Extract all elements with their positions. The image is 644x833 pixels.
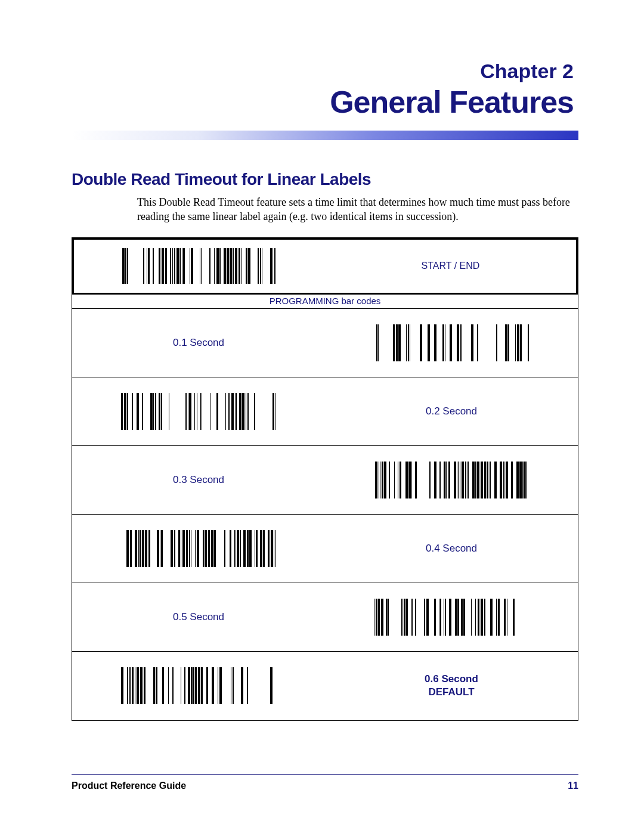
svg-rect-111 — [415, 462, 417, 498]
svg-rect-118 — [454, 462, 456, 498]
svg-rect-115 — [444, 462, 445, 498]
svg-rect-142 — [126, 530, 129, 567]
svg-rect-180 — [263, 530, 265, 567]
svg-rect-49 — [428, 324, 430, 361]
svg-rect-92 — [242, 393, 244, 430]
label-cell: 0.4 Second — [325, 515, 578, 583]
svg-rect-59 — [505, 324, 507, 361]
chapter-title: General Features — [72, 84, 574, 120]
svg-rect-140 — [524, 462, 525, 498]
svg-rect-5 — [148, 248, 150, 284]
svg-rect-128 — [481, 462, 483, 498]
svg-rect-171 — [236, 530, 236, 567]
svg-rect-168 — [224, 530, 225, 567]
svg-rect-36 — [260, 248, 261, 284]
svg-rect-200 — [440, 599, 441, 636]
svg-rect-95 — [254, 393, 255, 430]
svg-rect-0 — [122, 248, 125, 284]
svg-rect-155 — [178, 530, 180, 567]
svg-rect-153 — [171, 530, 173, 567]
svg-rect-130 — [487, 462, 488, 498]
svg-rect-133 — [500, 462, 502, 498]
svg-rect-208 — [471, 599, 472, 636]
svg-rect-178 — [256, 530, 258, 567]
svg-rect-161 — [195, 530, 196, 567]
svg-rect-167 — [213, 530, 216, 567]
svg-rect-205 — [457, 599, 459, 636]
svg-rect-45 — [406, 324, 407, 361]
svg-rect-165 — [208, 530, 210, 567]
footer-page-number: 11 — [568, 781, 578, 791]
svg-rect-189 — [386, 599, 388, 636]
svg-rect-23 — [214, 248, 215, 284]
svg-rect-90 — [236, 393, 237, 430]
svg-rect-240 — [206, 667, 208, 704]
svg-rect-184 — [275, 530, 276, 567]
svg-rect-219 — [121, 667, 123, 704]
svg-rect-146 — [140, 530, 141, 567]
svg-rect-217 — [507, 599, 507, 636]
svg-rect-127 — [477, 462, 479, 498]
barcode-start-end — [122, 248, 277, 284]
svg-rect-100 — [379, 462, 379, 498]
svg-rect-211 — [481, 599, 483, 636]
table-row: 0.4 Second — [72, 515, 578, 583]
svg-rect-94 — [247, 393, 249, 430]
svg-rect-125 — [472, 462, 475, 498]
svg-rect-77 — [185, 393, 187, 430]
svg-rect-174 — [243, 530, 246, 567]
svg-rect-132 — [494, 462, 497, 498]
svg-rect-136 — [511, 462, 513, 498]
svg-rect-190 — [388, 599, 389, 636]
svg-rect-67 — [127, 393, 128, 430]
svg-rect-176 — [249, 530, 252, 567]
svg-rect-166 — [211, 530, 213, 567]
svg-rect-83 — [202, 393, 202, 430]
barcode-icon — [374, 324, 529, 361]
label-cell: 0.1 Second — [72, 309, 325, 377]
svg-rect-27 — [227, 248, 229, 284]
svg-rect-179 — [260, 530, 262, 567]
chapter-number: Chapter 2 — [72, 60, 574, 83]
svg-rect-63 — [520, 324, 522, 361]
svg-rect-241 — [212, 667, 214, 704]
svg-rect-143 — [130, 530, 132, 567]
programming-caption: PROGRAMMING bar codes — [72, 295, 578, 309]
svg-rect-149 — [148, 530, 150, 567]
svg-rect-64 — [528, 324, 529, 361]
svg-rect-3 — [143, 248, 144, 284]
svg-rect-69 — [137, 393, 139, 430]
svg-rect-230 — [168, 667, 169, 704]
svg-rect-157 — [182, 530, 185, 567]
svg-rect-188 — [381, 599, 383, 636]
svg-rect-197 — [426, 599, 429, 636]
svg-rect-102 — [382, 462, 383, 498]
svg-rect-47 — [410, 324, 410, 361]
svg-rect-141 — [525, 462, 527, 498]
svg-rect-187 — [378, 599, 380, 636]
svg-rect-248 — [270, 667, 273, 704]
svg-rect-236 — [193, 667, 194, 704]
svg-rect-104 — [389, 462, 390, 498]
svg-rect-221 — [129, 667, 131, 704]
svg-rect-119 — [457, 462, 457, 498]
svg-rect-81 — [197, 393, 197, 430]
svg-rect-22 — [209, 248, 210, 284]
barcode-icon — [374, 462, 529, 498]
footer-left: Product Reference Guide — [72, 781, 186, 791]
svg-rect-212 — [484, 599, 485, 636]
svg-rect-56 — [471, 324, 473, 361]
svg-rect-46 — [408, 324, 409, 361]
svg-rect-71 — [150, 393, 153, 430]
svg-rect-51 — [442, 324, 444, 361]
svg-rect-38 — [270, 248, 273, 284]
svg-rect-10 — [170, 248, 171, 284]
svg-rect-196 — [424, 599, 425, 636]
svg-rect-78 — [188, 393, 188, 430]
svg-rect-170 — [234, 530, 235, 567]
svg-rect-50 — [434, 324, 436, 361]
svg-rect-151 — [160, 530, 160, 567]
barcode-cell — [325, 446, 578, 514]
svg-rect-6 — [153, 248, 154, 284]
svg-rect-204 — [455, 599, 457, 636]
